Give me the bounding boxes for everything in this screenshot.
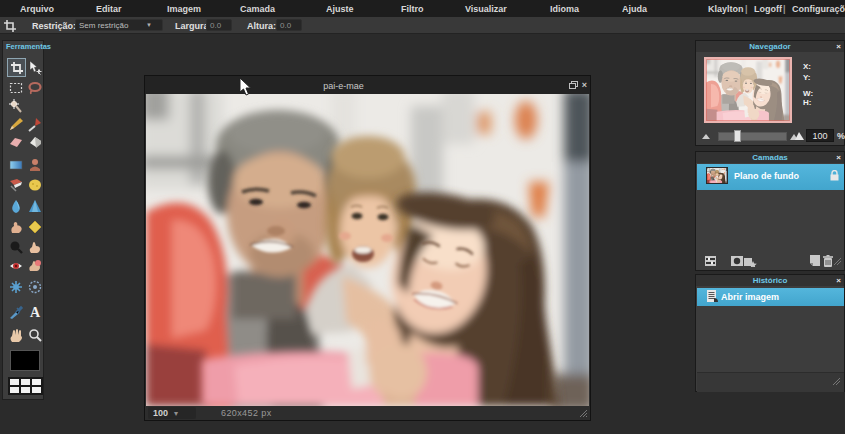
svg-text:A: A [30,305,41,320]
